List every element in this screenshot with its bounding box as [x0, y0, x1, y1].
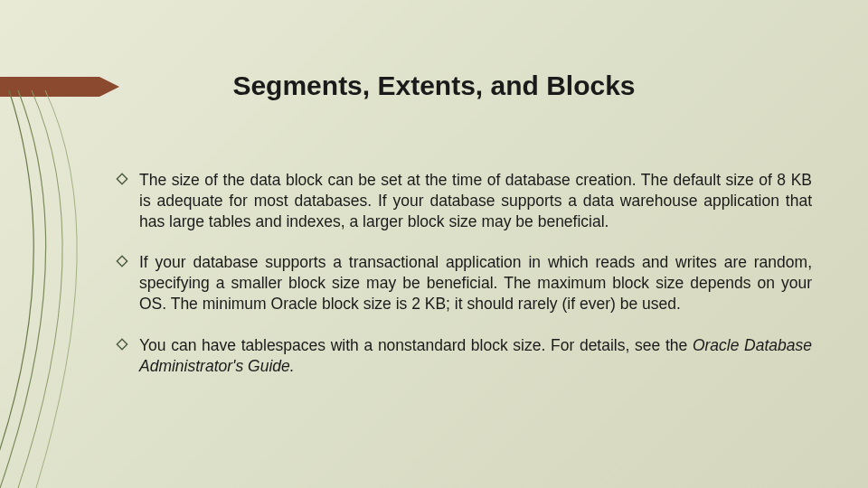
bullet-text: You can have tablespaces with a nonstand…	[139, 335, 812, 377]
slide-title: Segments, Extents, and Blocks	[0, 70, 868, 101]
list-item: The size of the data block can be set at…	[116, 170, 812, 232]
diamond-bullet-icon	[116, 255, 128, 267]
bullet-text: If your database supports a transactiona…	[139, 252, 812, 314]
svg-rect-1	[117, 257, 127, 267]
list-item: You can have tablespaces with a nonstand…	[116, 335, 812, 377]
svg-rect-0	[117, 174, 127, 183]
diamond-bullet-icon	[116, 338, 128, 351]
slide-content: The size of the data block can be set at…	[116, 170, 812, 397]
list-item: If your database supports a transactiona…	[116, 252, 812, 314]
svg-rect-2	[117, 339, 127, 349]
bullet-text: The size of the data block can be set at…	[139, 170, 812, 232]
diamond-bullet-icon	[116, 173, 128, 185]
